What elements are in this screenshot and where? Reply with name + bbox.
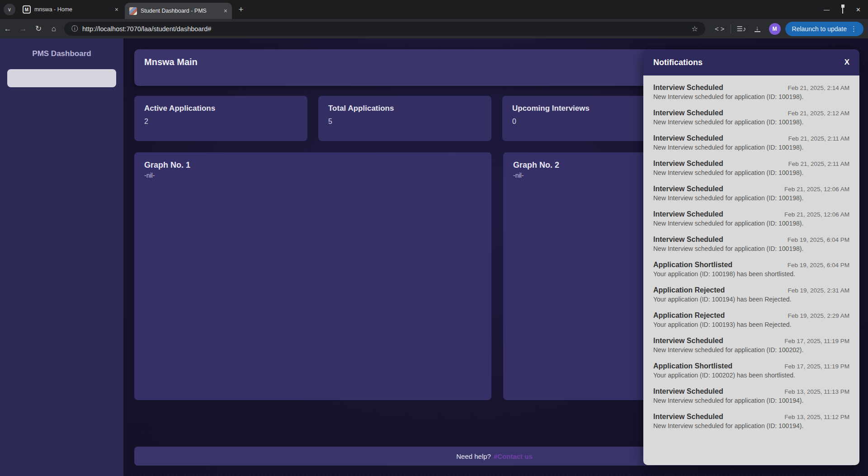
stat-value: 2 <box>144 118 297 126</box>
tab-mnswa-home[interactable]: M mnswa - Home × <box>18 0 123 19</box>
notification-timestamp: Feb 21, 2025, 2:11 AM <box>788 160 849 167</box>
relaunch-to-update-button[interactable]: Relaunch to update ⋮ <box>785 22 863 36</box>
notifications-header: Notifications X <box>643 49 859 75</box>
notification-timestamp: Feb 17, 2025, 11:19 PM <box>784 338 849 344</box>
stat-value: 0 <box>512 118 665 126</box>
stat-value: 5 <box>328 118 481 126</box>
sidebar-item[interactable] <box>7 191 116 209</box>
notification-description: Your application (ID: 100193) has been R… <box>653 321 849 328</box>
download-arrow: ↓ <box>756 25 759 31</box>
tab-search-button[interactable]: ∨ <box>4 4 15 15</box>
notification-title: Interview Scheduled <box>653 387 723 396</box>
notification-title-row: Application Shortlisted Feb 17, 2025, 11… <box>653 362 849 370</box>
browser-menu-kebab-icon[interactable]: ⋮ <box>847 25 861 33</box>
forward-icon[interactable]: → <box>15 24 31 33</box>
reload-icon[interactable]: ↻ <box>31 24 46 33</box>
sidebar-item[interactable] <box>7 118 116 136</box>
url-input[interactable]: http://localhost:7070/laa/student/dashbo… <box>82 25 692 33</box>
notification-item: Interview Scheduled Feb 21, 2025, 12:06 … <box>653 185 849 202</box>
notification-description: New Interview scheduled for application … <box>653 194 849 202</box>
restore-icon[interactable] <box>842 7 843 13</box>
notification-timestamp: Feb 19, 2025, 2:29 AM <box>788 312 849 319</box>
chevron-down-icon: ∨ <box>8 6 12 13</box>
notification-title: Interview Scheduled <box>653 109 723 117</box>
notification-timestamp: Feb 13, 2025, 11:12 PM <box>784 414 849 420</box>
code-extension-icon[interactable]: < > <box>715 25 725 33</box>
notification-timestamp: Feb 21, 2025, 2:14 AM <box>788 85 849 91</box>
home-icon[interactable]: ⌂ <box>46 24 61 33</box>
back-icon[interactable]: ← <box>0 24 15 33</box>
contact-us-link[interactable]: #Contact us <box>494 452 533 460</box>
notification-title: Interview Scheduled <box>653 84 723 92</box>
notification-description: New Interview scheduled for application … <box>653 397 849 404</box>
notification-item: Interview Scheduled Feb 13, 2025, 11:13 … <box>653 387 849 404</box>
help-text: Need help? <box>456 452 491 460</box>
notification-description: New Interview scheduled for application … <box>653 93 849 100</box>
new-tab-button[interactable]: + <box>235 3 247 16</box>
notification-title: Application Rejected <box>653 311 725 320</box>
notification-title-row: Interview Scheduled Feb 21, 2025, 2:14 A… <box>653 84 849 92</box>
bookmark-star-icon[interactable]: ☆ <box>692 24 698 33</box>
sidebar-item[interactable] <box>7 313 116 331</box>
window-close-icon[interactable]: ✕ <box>856 7 861 13</box>
tab-title: mnswa - Home <box>34 6 111 13</box>
dashboard-favicon-icon <box>129 7 137 15</box>
notification-title: Application Shortlisted <box>653 362 732 370</box>
notification-timestamp: Feb 21, 2025, 12:06 AM <box>784 211 849 218</box>
notification-timestamp: Feb 21, 2025, 2:12 AM <box>788 110 849 117</box>
notification-title-row: Interview Scheduled Feb 17, 2025, 11:19 … <box>653 337 849 345</box>
notification-title: Interview Scheduled <box>653 413 723 421</box>
notifications-close-icon[interactable]: X <box>844 58 849 67</box>
notification-title: Interview Scheduled <box>653 210 723 218</box>
notification-title-row: Interview Scheduled Feb 21, 2025, 2:11 A… <box>653 134 849 142</box>
notification-item: Application Rejected Feb 19, 2025, 2:29 … <box>653 311 849 328</box>
sidebar-item[interactable] <box>7 264 116 283</box>
minimize-icon[interactable]: — <box>824 7 830 13</box>
sidebar-item[interactable] <box>7 69 116 87</box>
toolbar-divider <box>731 24 731 33</box>
notification-timestamp: Feb 19, 2025, 6:04 PM <box>788 262 849 269</box>
notifications-list: Interview Scheduled Feb 21, 2025, 2:14 A… <box>643 75 859 465</box>
sidebar-item[interactable] <box>7 94 116 112</box>
sidebar-item[interactable] <box>7 216 116 234</box>
notification-description: New Interview scheduled for application … <box>653 169 849 176</box>
sidebar-title: PMS Dashboard <box>0 38 123 58</box>
browser-window: ∨ M mnswa - Home × Student Dashboard - P… <box>0 0 868 476</box>
relaunch-label: Relaunch to update <box>792 25 847 33</box>
download-tray <box>755 31 760 32</box>
notification-item: Application Shortlisted Feb 19, 2025, 6:… <box>653 261 849 278</box>
sidebar-item[interactable] <box>7 167 116 185</box>
graph-title: Graph No. 1 <box>144 160 481 170</box>
notification-title-row: Interview Scheduled Feb 21, 2025, 2:11 A… <box>653 160 849 168</box>
tab-student-dashboard[interactable]: Student Dashboard - PMS × <box>125 3 232 19</box>
downloads-icon[interactable]: ↓ <box>755 25 760 32</box>
notification-title: Interview Scheduled <box>653 134 723 142</box>
notification-description: New Interview scheduled for application … <box>653 346 849 353</box>
notification-title: Interview Scheduled <box>653 160 723 168</box>
notification-title-row: Interview Scheduled Feb 21, 2025, 12:06 … <box>653 210 849 218</box>
notification-timestamp: Feb 21, 2025, 2:11 AM <box>788 135 849 142</box>
close-tab-icon[interactable]: × <box>224 7 227 14</box>
notification-title-row: Application Rejected Feb 19, 2025, 2:31 … <box>653 286 849 294</box>
close-tab-icon[interactable]: × <box>115 6 118 13</box>
notification-timestamp: Feb 17, 2025, 11:19 PM <box>784 363 849 370</box>
notification-title: Application Rejected <box>653 286 725 294</box>
sidebar-item[interactable] <box>7 240 116 258</box>
notification-description: Your application (ID: 100198) has been s… <box>653 270 849 278</box>
site-info-icon[interactable]: ⓘ <box>71 25 78 33</box>
address-bar[interactable]: ⓘ http://localhost:7070/laa/student/dash… <box>64 22 705 36</box>
notification-description: Your application (ID: 100194) has been R… <box>653 296 849 303</box>
profile-avatar[interactable]: M <box>769 23 781 35</box>
notification-item: Interview Scheduled Feb 21, 2025, 2:11 A… <box>653 160 849 176</box>
tab-strip: ∨ M mnswa - Home × Student Dashboard - P… <box>0 0 868 19</box>
playlist-extension-icon[interactable]: ☰♪ <box>737 25 746 33</box>
stat-card: Total Applications 5 <box>318 96 491 141</box>
stat-card: Active Applications 2 <box>134 96 307 141</box>
sidebar-item[interactable] <box>7 142 116 160</box>
notification-item: Interview Scheduled Feb 13, 2025, 11:12 … <box>653 413 849 429</box>
sidebar-item[interactable] <box>7 289 116 307</box>
tab-title: Student Dashboard - PMS <box>141 8 220 14</box>
notification-title: Interview Scheduled <box>653 236 723 244</box>
notification-title-row: Interview Scheduled Feb 19, 2025, 6:04 P… <box>653 236 849 244</box>
notification-item: Interview Scheduled Feb 21, 2025, 2:12 A… <box>653 109 849 126</box>
